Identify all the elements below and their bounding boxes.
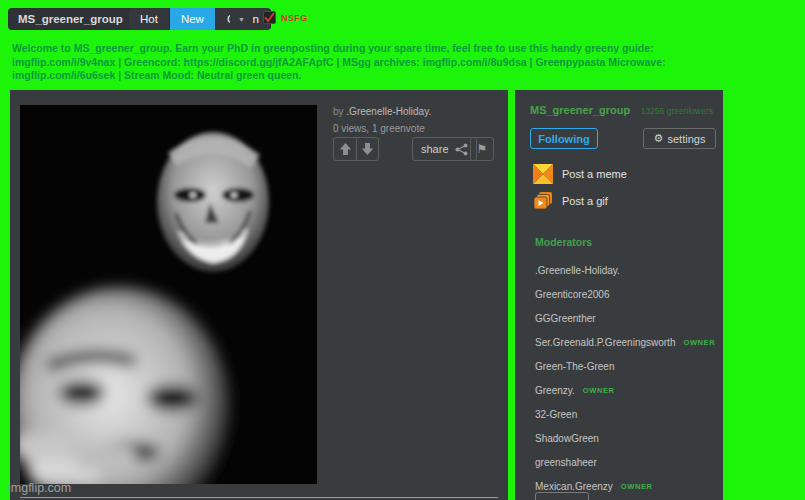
down-arrow-icon: [361, 142, 374, 156]
checkmark-icon: [264, 12, 275, 23]
share-button[interactable]: share: [412, 137, 477, 161]
post-stats: 0 views, 1 greenvote: [333, 123, 425, 134]
moderator-name-link[interactable]: GGGreenther: [535, 313, 596, 324]
moderator-row: Ser.Greenald.P.Greeningsworth OWNER: [535, 330, 713, 354]
moderator-row: Green-The-Green: [535, 354, 713, 378]
by-label: by: [333, 106, 344, 117]
group-sidebar: MS_greener_group 13256 greenlowers Follo…: [515, 90, 723, 500]
group-title-link[interactable]: MS_greener_group: [530, 104, 630, 116]
moderators-list: .Greenelle-Holiday. Greenticore2006 GGGr…: [535, 258, 713, 498]
post-author-link[interactable]: .Greenelle-Holiday.: [346, 106, 431, 117]
moderator-name-link[interactable]: Green-The-Green: [535, 361, 614, 372]
moderator-row: 32-Green: [535, 402, 713, 426]
moderators-heading: Moderators: [535, 236, 592, 248]
owner-badge: OWNER: [683, 338, 715, 347]
post-a-gif-link[interactable]: Post a gif: [533, 191, 608, 211]
owner-badge: OWNER: [621, 482, 653, 491]
meme-image[interactable]: [20, 105, 317, 484]
moderator-name-link[interactable]: ShadowGreen: [535, 433, 599, 444]
moderator-row: Greenzy. OWNER: [535, 378, 713, 402]
moderator-row: .Greenelle-Holiday.: [535, 258, 713, 282]
moderator-row: greenshaheer: [535, 450, 713, 474]
sort-more-dropdown[interactable]: ▼: [230, 8, 253, 30]
meme-pinwheel-icon: [533, 164, 553, 184]
post-card: by .Greenelle-Holiday. 0 views, 1 greenv…: [10, 90, 508, 500]
moderator-name-link[interactable]: 32-Green: [535, 409, 577, 420]
gif-stack-icon: [533, 191, 553, 211]
post-byline: by .Greenelle-Holiday.: [333, 106, 431, 117]
tab-new[interactable]: New: [170, 8, 216, 30]
settings-label: settings: [667, 133, 705, 145]
sidebar-more-button[interactable]: [535, 492, 589, 500]
nsfg-label: NSFG: [281, 13, 308, 23]
share-icon: [455, 143, 468, 156]
comment-box-divider: [20, 497, 498, 498]
group-welcome-text: Welcome to MS_greener_group. Earn your P…: [12, 42, 736, 83]
moderator-row: ShadowGreen: [535, 426, 713, 450]
flag-button[interactable]: ⚑: [470, 137, 494, 161]
post-a-gif-label: Post a gif: [562, 195, 608, 207]
share-label: share: [421, 143, 449, 155]
tab-hot[interactable]: Hot: [129, 8, 170, 30]
moderator-name-link[interactable]: Greenzy.: [535, 385, 575, 396]
imgflip-watermark: imgflip.com: [8, 481, 71, 495]
following-button[interactable]: Following: [530, 128, 598, 149]
moderator-row: GGGreenther: [535, 306, 713, 330]
up-arrow-icon: [339, 142, 352, 156]
post-a-meme-label: Post a meme: [562, 168, 627, 180]
group-dropdown[interactable]: MS_greener_group ▼: [8, 8, 147, 30]
owner-badge: OWNER: [583, 386, 615, 395]
chevron-down-icon: ▼: [238, 16, 245, 23]
moderator-row: Greenticore2006: [535, 282, 713, 306]
moderator-name-link[interactable]: .Greenelle-Holiday.: [535, 265, 620, 276]
gear-icon: ⚙: [654, 132, 664, 145]
group-dropdown-label: MS_greener_group: [18, 13, 123, 25]
flag-icon: ⚑: [477, 142, 488, 156]
settings-button[interactable]: ⚙ settings: [643, 128, 716, 149]
meme-artwork: [20, 105, 317, 484]
moderator-name-link[interactable]: Greenticore2006: [535, 289, 610, 300]
nsfg-checkbox[interactable]: [263, 11, 276, 24]
followers-count: 13256 greenlowers: [641, 106, 713, 116]
moderator-name-link[interactable]: Mexican.Greenzy: [535, 481, 613, 492]
post-a-meme-link[interactable]: Post a meme: [533, 164, 627, 184]
moderator-name-link[interactable]: Ser.Greenald.P.Greeningsworth: [535, 337, 675, 348]
nsfg-toggle: NSFG: [263, 11, 308, 24]
downvote-button[interactable]: [356, 138, 378, 160]
vote-buttons: [333, 137, 379, 161]
moderator-name-link[interactable]: greenshaheer: [535, 457, 597, 468]
upvote-button[interactable]: [334, 138, 356, 160]
